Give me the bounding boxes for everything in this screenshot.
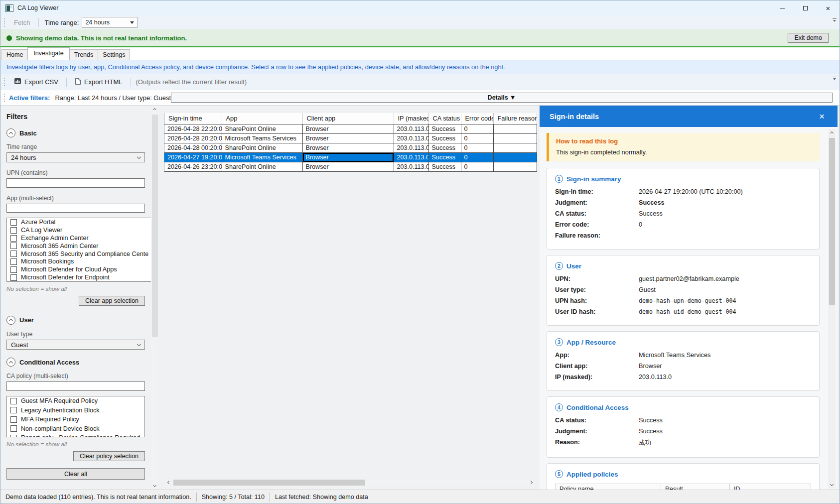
checkbox-icon[interactable] xyxy=(10,227,17,234)
grid-cell[interactable] xyxy=(493,143,537,153)
grid-cell[interactable]: 2026-04-28 20:20:00 xyxy=(164,134,222,143)
grid-cell[interactable] xyxy=(493,125,537,134)
scroll-left-icon[interactable] xyxy=(165,479,172,486)
column-header[interactable]: CA status xyxy=(428,113,461,125)
user-expander[interactable]: User xyxy=(6,316,145,325)
scroll-up-icon[interactable] xyxy=(828,129,836,136)
close-button[interactable]: × xyxy=(817,0,840,15)
app-option[interactable]: Microsoft Bookings xyxy=(7,258,151,266)
checkbox-icon[interactable] xyxy=(10,258,17,265)
scroll-down-icon[interactable] xyxy=(151,482,158,490)
tab-trends[interactable]: Trends xyxy=(69,49,98,60)
checkbox-icon[interactable] xyxy=(10,274,17,281)
app-option[interactable]: Microsoft 365 Admin Center xyxy=(7,242,151,250)
ca-policy-option[interactable]: Legacy Authentication Block xyxy=(7,405,144,415)
grid-cell[interactable]: 2026-04-27 19:20:00 xyxy=(164,153,222,162)
app-option[interactable]: Microsoft 365 Security and Compliance Ce… xyxy=(7,250,151,258)
grid-cell[interactable]: 203.0.113.0 xyxy=(394,153,428,162)
grid-cell[interactable]: 203.0.113.0 xyxy=(394,143,428,153)
column-header[interactable]: Policy name xyxy=(556,484,661,490)
toolbar-grip-icon[interactable] xyxy=(3,78,5,86)
column-header[interactable]: ID xyxy=(730,484,811,490)
ca-policy-option[interactable]: Report-only - Device Compliance Required xyxy=(7,433,144,437)
grid-cell[interactable]: 203.0.113.0 xyxy=(394,125,428,134)
grid-row[interactable]: 2026-04-28 00:20:00SharePoint OnlineBrow… xyxy=(164,143,537,153)
clear-app-selection-button[interactable]: Clear app selection xyxy=(79,296,145,306)
grid-cell[interactable]: Browser xyxy=(302,162,394,172)
exit-demo-button[interactable]: Exit demo xyxy=(788,33,829,43)
grid-cell[interactable]: 0 xyxy=(461,143,493,153)
checkbox-icon[interactable] xyxy=(10,266,17,273)
details-toggle-button[interactable]: Details ▼ xyxy=(171,93,833,103)
grid-cell[interactable]: 203.0.113.0 xyxy=(394,162,428,172)
tab-home[interactable]: Home xyxy=(1,49,28,60)
time-range-select[interactable]: 24 hours xyxy=(82,17,138,28)
grid-cell[interactable]: 203.0.113.0 xyxy=(394,134,428,143)
app-option[interactable]: CA Log Viewer xyxy=(7,226,151,234)
grid-cell[interactable]: 0 xyxy=(461,153,493,162)
scrollbar-thumb[interactable] xyxy=(173,480,365,486)
grid-row[interactable]: 2026-04-27 19:20:00Microsoft Teams Servi… xyxy=(164,153,537,162)
grid-cell[interactable]: Browser xyxy=(302,125,394,134)
app-option[interactable]: Microsoft Defender for Endpoint xyxy=(7,273,151,281)
checkbox-icon[interactable] xyxy=(10,251,17,257)
details-scrollbar[interactable] xyxy=(828,129,836,489)
grid-cell[interactable]: SharePoint Online xyxy=(222,162,302,172)
clear-policy-selection-button[interactable]: Clear policy selection xyxy=(73,451,145,461)
time-range-select[interactable]: 24 hours xyxy=(6,152,145,162)
checkbox-icon[interactable] xyxy=(10,219,17,226)
app-option[interactable]: Azure Portal xyxy=(7,218,151,226)
column-header[interactable]: Failure reason xyxy=(493,113,537,125)
grid-cell[interactable] xyxy=(493,134,537,143)
grid-cell[interactable]: Success xyxy=(428,162,461,172)
toolbar-overflow-icon[interactable] xyxy=(832,77,838,80)
scrollbar-thumb[interactable] xyxy=(829,138,835,305)
checkbox-icon[interactable] xyxy=(10,243,17,249)
grid-cell[interactable]: Browser xyxy=(302,143,394,153)
checkbox-icon[interactable] xyxy=(10,435,17,437)
grid-cell[interactable]: Browser xyxy=(302,134,394,143)
column-header[interactable]: Result xyxy=(661,484,730,490)
scroll-down-icon[interactable] xyxy=(828,481,836,489)
app-search-input[interactable] xyxy=(6,204,145,213)
filters-panel-scrollbar[interactable] xyxy=(151,106,158,490)
close-icon[interactable]: × xyxy=(816,111,828,122)
ca-policy-search-input[interactable] xyxy=(6,381,145,391)
scroll-right-icon[interactable] xyxy=(528,479,535,486)
grid-row[interactable]: 2026-04-28 22:20:00SharePoint OnlineBrow… xyxy=(164,125,537,134)
ca-policy-option[interactable]: Guest MFA Required Policy xyxy=(7,396,144,406)
export-csv-button[interactable]: Export CSV xyxy=(9,76,63,88)
grid-row[interactable]: 2026-04-28 20:20:00Microsoft Teams Servi… xyxy=(164,134,537,143)
checkbox-icon[interactable] xyxy=(10,425,17,432)
grid-cell[interactable]: SharePoint Online xyxy=(222,143,302,153)
column-header[interactable]: Error code xyxy=(461,113,493,125)
checkbox-icon[interactable] xyxy=(10,235,17,242)
grid-cell[interactable]: 2026-04-26 23:20:00 xyxy=(164,162,222,172)
tab-settings[interactable]: Settings xyxy=(98,49,130,60)
conditional-access-expander[interactable]: Conditional Access xyxy=(6,358,145,367)
column-header[interactable]: IP (masked) xyxy=(394,113,428,125)
grid-cell[interactable]: 2026-04-28 22:20:00 xyxy=(164,125,222,134)
grid-cell[interactable]: 0 xyxy=(461,162,493,172)
ca-policy-option[interactable]: MFA Required Policy xyxy=(7,415,144,424)
upn-input[interactable] xyxy=(6,178,145,188)
ca-policy-option[interactable]: Non-compliant Device Block xyxy=(7,424,144,433)
scroll-up-icon[interactable] xyxy=(151,106,158,113)
checkbox-icon[interactable] xyxy=(10,398,17,404)
toolbar-grip-icon[interactable] xyxy=(3,94,5,102)
app-option[interactable]: Exchange Admin Center xyxy=(7,234,151,242)
checkbox-icon[interactable] xyxy=(10,416,17,423)
grid-cell[interactable]: Success xyxy=(428,143,461,153)
grid-cell[interactable]: Success xyxy=(428,153,461,162)
grid-cell[interactable]: Browser xyxy=(302,153,394,162)
grid-cell[interactable]: SharePoint Online xyxy=(222,125,302,134)
tab-investigate[interactable]: Investigate xyxy=(27,47,69,60)
export-html-button[interactable]: Export HTML xyxy=(70,76,128,88)
basic-expander[interactable]: Basic xyxy=(6,128,145,137)
grid-horizontal-scrollbar[interactable] xyxy=(165,479,535,486)
user-type-select[interactable]: Guest xyxy=(6,340,145,350)
clear-all-button[interactable]: Clear all xyxy=(6,468,145,480)
toolbar-grip-icon[interactable] xyxy=(3,18,5,27)
maximize-button[interactable] xyxy=(794,0,817,15)
column-header[interactable]: App xyxy=(222,113,302,125)
